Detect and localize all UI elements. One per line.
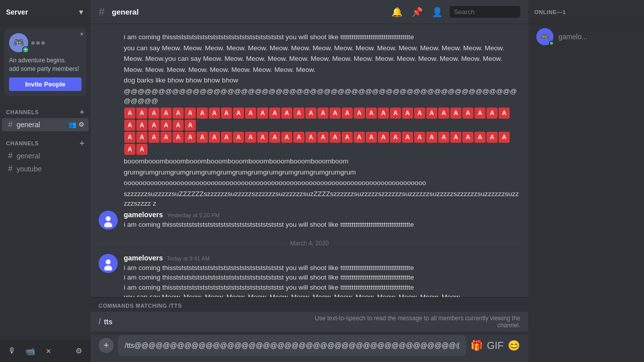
message-text: @@@@@@@@@@@@@@@@@@@@@@@@@@@@@@@@@@@@@@@@…	[124, 86, 520, 106]
add-voice-channel-button[interactable]: +	[79, 139, 85, 147]
topbar: # general 🔔 📌 👤	[91, 0, 528, 24]
main-content: # general 🔔 📌 👤 i am coming thisstststst…	[91, 0, 528, 362]
emoji-a: A	[160, 132, 172, 143]
emoji-a: A	[462, 108, 473, 119]
emoji-a: A	[185, 132, 196, 143]
message-text: oooooooooooooooooooooooooooooooooooooooo…	[124, 178, 520, 188]
sidebar-item-general-voice[interactable]: # general	[2, 149, 89, 162]
emoji-a: A	[390, 132, 401, 143]
message-timestamp-today: Today at 9:41 AM	[167, 255, 210, 261]
message-text: you can say Meow. Meow. Meow. Meow. Meow…	[124, 43, 520, 53]
svg-point-4	[106, 259, 111, 264]
emoji-a: A	[305, 132, 316, 143]
emoji-a: A	[317, 108, 329, 119]
member-item[interactable]: 🎮 gamelo...	[530, 25, 642, 48]
close-icon[interactable]: ×	[80, 31, 84, 37]
gift-icon[interactable]: 🎁	[470, 339, 483, 351]
dot-2	[36, 41, 40, 45]
emoji-a: A	[160, 108, 172, 119]
emoji-a: A	[354, 132, 365, 143]
message-block-today: gamelovers Today at 9:41 AM i am coming …	[99, 253, 520, 297]
message-text: szzzzzzsuzzzzzsuZZZZZZszzzzzzsuzzzzzszzz…	[124, 189, 520, 209]
emoji-a: A	[414, 132, 425, 143]
voice-channels-label: CHANNELS	[6, 140, 39, 146]
svg-point-1	[106, 216, 111, 221]
messages-container: i am coming thisstststststststststststst…	[91, 24, 528, 297]
emoji-a: A	[317, 132, 329, 143]
message-author-today: gamelovers	[124, 254, 163, 262]
message-author: gamelovers	[124, 211, 163, 219]
voice-channels-section-header: CHANNELS +	[0, 131, 91, 149]
emoji-a: A	[185, 120, 196, 131]
input-icons: 🎁 GIF 😊	[470, 339, 520, 351]
emoji-a: A	[136, 120, 147, 131]
message-block: gamelovers Yesterday at 5:20 PM i am com…	[99, 210, 520, 231]
avatar	[99, 211, 118, 230]
invite-people-button[interactable]: Invite People	[9, 77, 82, 91]
hash-icon-2: #	[8, 151, 13, 160]
topbar-channel-name: general	[112, 8, 138, 16]
emoji-a: A	[233, 108, 244, 119]
emoji-picker-icon[interactable]: 😊	[508, 339, 520, 351]
topbar-hash-icon: #	[99, 6, 105, 19]
emoji-a: A	[148, 132, 159, 143]
hash-icon-3: #	[8, 164, 13, 173]
emoji-a: A	[136, 132, 147, 143]
command-item-tts[interactable]: / tts Use text-to-speech to read the mes…	[91, 312, 528, 332]
emoji-a: A	[474, 132, 486, 143]
emoji-a: A	[366, 108, 377, 119]
settings-icon-bottom[interactable]: ⚙	[71, 344, 86, 358]
message-text: Meow. Meow.you can say Meow. Meow. Meow.…	[124, 54, 520, 64]
emoji-a: A	[305, 108, 316, 119]
emoji-a: A	[281, 132, 292, 143]
date-label: March 4, 2020	[290, 240, 329, 247]
emoji-a: A	[197, 132, 208, 143]
emoji-a: A	[173, 132, 184, 143]
emoji-a: A	[378, 108, 389, 119]
hash-icon: #	[8, 120, 13, 129]
command-name: tts	[104, 318, 112, 326]
emoji-a: A	[124, 120, 135, 131]
chevron-down-icon[interactable]: ▼	[77, 8, 85, 16]
gif-icon[interactable]: GIF	[487, 340, 504, 351]
bell-icon[interactable]: 🔔	[389, 5, 405, 20]
mic-icon[interactable]: 🎙	[5, 344, 19, 358]
member-avatar: 🎮	[536, 28, 553, 45]
channels-section-header: CHANNELS +	[0, 100, 91, 118]
mute-icon[interactable]: ✕	[41, 344, 55, 358]
channel-name-label-3: youtube	[17, 165, 42, 173]
server-name: Server	[6, 8, 28, 16]
commands-popup: COMMANDS MATCHING /tts / tts Use text-to…	[91, 297, 528, 335]
message-input[interactable]	[118, 335, 466, 356]
emoji-a: A	[487, 132, 498, 143]
message-text-2: i am coming thisstststststststststststst…	[124, 273, 520, 283]
emoji-a: A	[499, 108, 510, 119]
video-icon[interactable]: 📹	[23, 344, 37, 358]
emoji-a: A	[342, 108, 353, 119]
sidebar-item-youtube[interactable]: # youtube	[2, 162, 89, 175]
emoji-a: A	[221, 132, 232, 143]
message-content-today: gamelovers Today at 9:41 AM i am coming …	[124, 254, 520, 297]
emoji-a: A	[136, 144, 147, 155]
channel-name-label-2: general	[17, 152, 40, 160]
online-status-indicator	[549, 41, 554, 46]
avatar	[99, 254, 118, 273]
emoji-a: A	[148, 108, 159, 119]
sidebar-item-general-text[interactable]: # general 👥 ⚙	[2, 118, 89, 131]
pin-icon[interactable]: 📌	[410, 5, 425, 20]
search-input[interactable]	[450, 6, 520, 18]
members-toggle-icon[interactable]: 👤	[430, 5, 445, 20]
add-attachment-button[interactable]: +	[99, 338, 114, 353]
date-divider: March 4, 2020	[99, 240, 520, 247]
add-channel-button[interactable]: +	[79, 108, 85, 116]
emoji-a: A	[269, 132, 280, 143]
dot-3	[41, 41, 45, 45]
emoji-a: A	[257, 132, 268, 143]
emoji-a: A	[209, 132, 220, 143]
message-text-4: you can say Meow. Meow. Meow. Meow. Meow…	[124, 292, 520, 297]
message-text: booombooombooombooombooombooombooombooom…	[124, 156, 520, 166]
emoji-a: A	[281, 108, 292, 119]
emoji-a: A	[293, 108, 304, 119]
message-text: i am coming thisstststststststststststst…	[124, 220, 520, 230]
message-text-1: i am coming thisstststststststststststst…	[124, 263, 520, 273]
